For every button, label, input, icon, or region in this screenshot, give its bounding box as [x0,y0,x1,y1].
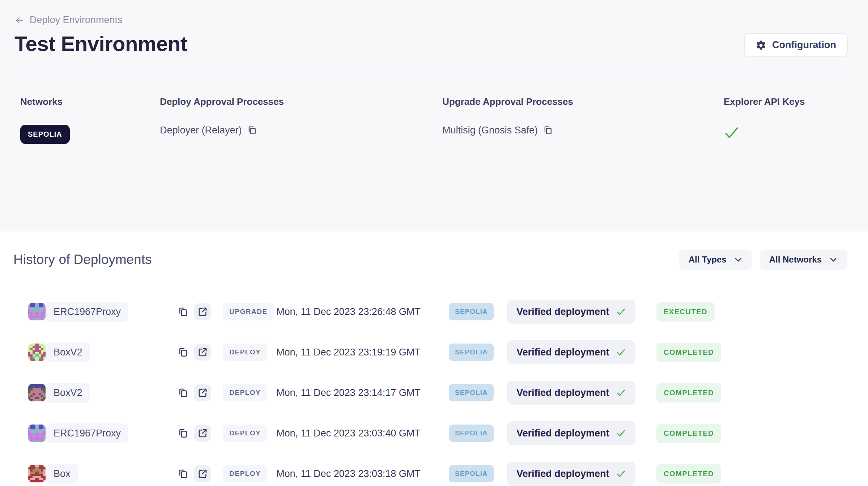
execution-status-badge: EXECUTED [656,302,715,321]
back-arrow-icon [14,15,25,25]
networks-column-header: Networks [20,96,160,107]
history-title: History of Deployments [13,252,152,267]
network-badge: SEPOLIA [449,303,494,320]
copy-deploy-approval-button[interactable] [247,125,257,135]
copy-upgrade-approval-button[interactable] [543,125,553,135]
copy-icon [178,468,188,479]
networks-filter-dropdown[interactable]: All Networks [760,250,847,270]
verification-status-pill: Verified deployment [507,381,635,405]
external-link-button[interactable] [194,303,211,320]
deployment-row: BoxV2 DEPLOY Mon, 11 Dec 2023 23:19:19 G… [28,332,847,372]
verification-status-label: Verified deployment [516,387,609,398]
copy-address-button[interactable] [175,344,191,361]
external-link-icon [197,307,208,317]
deployment-row: Box DEPLOY Mon, 11 Dec 2023 23:03:18 GMT… [28,453,847,486]
deployment-row: ERC1967Proxy DEPLOY Mon, 11 Dec 2023 23:… [28,413,847,453]
external-link-icon [197,347,208,357]
external-link-button[interactable] [194,425,211,442]
contract-name[interactable]: ERC1967Proxy [46,423,128,443]
breadcrumb-label: Deploy Environments [30,14,123,26]
deployment-row: ERC1967Proxy UPGRADE Mon, 11 Dec 2023 23… [28,291,847,332]
deployment-date: Mon, 11 Dec 2023 23:26:48 GMT [276,306,421,317]
network-badge: SEPOLIA [449,465,494,482]
verification-status-pill: Verified deployment [507,340,635,364]
networks-filter-value: All Networks [769,255,822,265]
contract-name[interactable]: BoxV2 [46,383,90,403]
history-section: History of Deployments All Types All Net… [0,231,868,486]
copy-address-button[interactable] [175,465,191,482]
network-badge-sepolia: SEPOLIA [20,125,70,144]
contract-name[interactable]: BoxV2 [46,342,90,362]
contract-avatar [28,425,46,442]
external-link-button[interactable] [194,384,211,401]
copy-icon [178,387,188,398]
deployment-type-badge: DEPLOY [223,344,267,361]
upgrade-approval-column-header: Upgrade Approval Processes [442,96,724,107]
external-link-button[interactable] [194,344,211,361]
environment-overview-section: Deploy Environments Test Environment Con… [0,0,868,231]
check-icon [616,347,626,357]
configuration-button-label: Configuration [772,39,836,51]
verification-status-pill: Verified deployment [507,421,635,445]
explorer-api-keys-column-header: Explorer API Keys [724,96,848,107]
deployment-date: Mon, 11 Dec 2023 23:19:19 GMT [276,347,421,358]
deployment-date: Mon, 11 Dec 2023 23:03:40 GMT [276,428,421,439]
contract-avatar [28,303,46,320]
chevron-down-icon [734,255,743,264]
check-icon [616,388,626,398]
gear-icon [756,40,766,51]
external-link-icon [197,469,208,479]
contract-avatar [28,344,46,361]
contract-name[interactable]: Box [46,464,78,484]
back-to-deploy-environments-link[interactable]: Deploy Environments [14,14,123,26]
verification-status-pill: Verified deployment [507,462,635,486]
page-title: Test Environment [14,32,187,56]
check-icon [724,125,740,141]
execution-status-badge: COMPLETED [656,464,721,483]
configuration-button[interactable]: Configuration [744,33,848,57]
network-badge: SEPOLIA [449,425,494,442]
deployment-row: BoxV2 DEPLOY Mon, 11 Dec 2023 23:14:17 G… [28,372,847,413]
copy-address-button[interactable] [175,303,191,320]
verification-status-label: Verified deployment [516,306,609,317]
network-badge: SEPOLIA [449,344,494,361]
verification-status-label: Verified deployment [516,347,609,358]
copy-icon [543,125,553,135]
check-icon [616,428,626,438]
external-link-icon [197,388,208,398]
execution-status-badge: COMPLETED [656,424,721,443]
contract-name[interactable]: ERC1967Proxy [46,302,128,322]
copy-icon [247,125,257,135]
upgrade-approval-value: Multisig (Gnosis Safe) [442,125,538,136]
verification-status-pill: Verified deployment [507,300,635,324]
execution-status-badge: COMPLETED [656,343,721,362]
deploy-approval-value: Deployer (Relayer) [160,125,242,136]
deployment-type-badge: UPGRADE [223,303,274,320]
check-icon [616,469,626,479]
deployment-date: Mon, 11 Dec 2023 23:03:18 GMT [276,468,421,479]
check-icon [616,307,626,317]
header-divider [14,67,854,67]
deployment-type-badge: DEPLOY [223,465,267,482]
deployment-type-badge: DEPLOY [223,384,267,401]
types-filter-dropdown[interactable]: All Types [679,250,752,270]
types-filter-value: All Types [689,255,727,265]
execution-status-badge: COMPLETED [656,383,721,402]
deploy-approval-column-header: Deploy Approval Processes [160,96,442,107]
chevron-down-icon [829,255,838,264]
network-badge: SEPOLIA [449,384,494,401]
external-link-button[interactable] [194,465,211,482]
copy-icon [178,428,188,439]
copy-icon [178,347,188,358]
breadcrumb: Deploy Environments [0,0,868,27]
contract-avatar [28,465,46,482]
copy-address-button[interactable] [175,425,191,442]
copy-address-button[interactable] [175,384,191,401]
verification-status-label: Verified deployment [516,468,609,479]
deployment-type-badge: DEPLOY [223,425,267,442]
external-link-icon [197,428,208,438]
contract-avatar [28,384,46,401]
copy-icon [178,306,188,317]
deployment-date: Mon, 11 Dec 2023 23:14:17 GMT [276,387,421,398]
verification-status-label: Verified deployment [516,428,609,439]
